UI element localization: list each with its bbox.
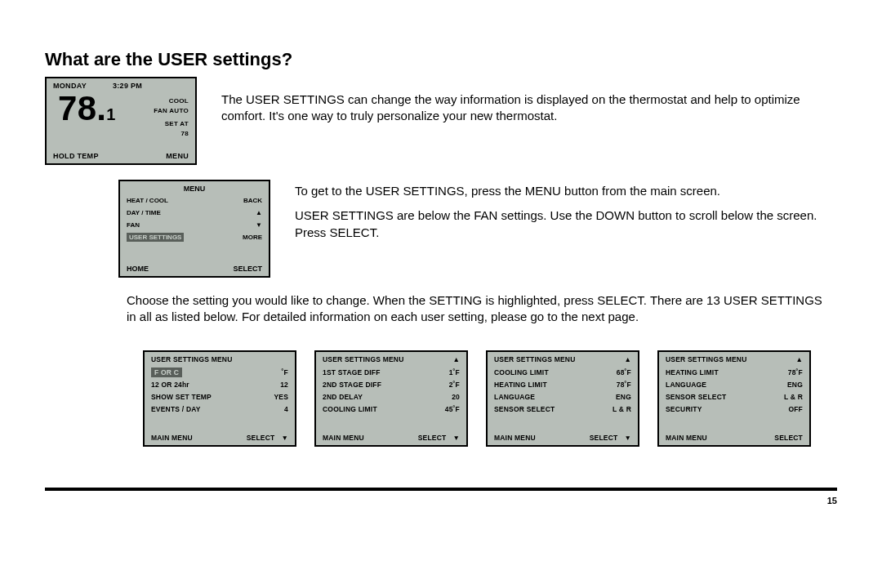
intro-text: The USER SETTINGS can change the way inf… — [221, 91, 837, 125]
settings-row-value: 45˚F — [445, 405, 460, 413]
select-button[interactable]: SELECT — [233, 265, 262, 273]
settings-row-label: SENSOR SELECT — [494, 405, 555, 413]
menu-item-right: ▼ — [256, 221, 262, 229]
panel-title: USER SETTINGS MENU — [666, 355, 746, 363]
settings-row-value: ENG — [616, 393, 631, 401]
menu-item-right: MORE — [243, 234, 262, 241]
settings-row-value: 78˚F — [617, 381, 631, 389]
settings-row-label: 12 OR 24hr — [151, 381, 189, 389]
settings-row-value: 1˚F — [449, 368, 460, 376]
settings-row-value: OFF — [788, 405, 803, 413]
settings-row[interactable]: LANGUAGEENG — [666, 379, 803, 391]
scroll-up-icon[interactable]: ▲ — [452, 355, 460, 363]
user-settings-panel: USER SETTINGS MENU▲COOLING LIMIT68˚FHEAT… — [486, 350, 639, 447]
hold-temp-button[interactable]: HOLD TEMP — [53, 152, 99, 160]
settings-row-label: HEATING LIMIT — [494, 381, 547, 389]
lcd-setat-label: SET AT — [154, 119, 189, 129]
settings-row-value: 2˚F — [449, 381, 460, 389]
lcd-setat-value: 78 — [154, 129, 189, 139]
select-button[interactable]: SELECT — [590, 434, 618, 442]
settings-row-label: 2ND DELAY — [323, 393, 363, 401]
panel-title: USER SETTINGS MENU — [323, 355, 403, 363]
thermostat-main-screen: MONDAY 3:29 PM 78.1 COOL FAN AUTO SET AT… — [45, 77, 197, 165]
scroll-up-icon[interactable]: ▲ — [795, 355, 803, 363]
select-button[interactable]: SELECT — [247, 434, 275, 442]
settings-row[interactable]: LANGUAGEENG — [494, 391, 631, 403]
settings-row-value: 4 — [284, 405, 288, 413]
select-button[interactable]: SELECT — [774, 434, 803, 442]
settings-panels-row: USER SETTINGS MENUF OR C˚F12 OR 24hr12SH… — [143, 350, 837, 447]
scroll-down-icon[interactable]: ▼ — [281, 434, 288, 442]
row-intro: MONDAY 3:29 PM 78.1 COOL FAN AUTO SET AT… — [45, 77, 837, 165]
settings-row-label: LANGUAGE — [494, 393, 535, 401]
settings-row-value: YES — [274, 393, 288, 401]
main-menu-button[interactable]: MAIN MENU — [151, 434, 193, 442]
menu-item[interactable]: HEAT / COOLBACK — [127, 194, 262, 207]
settings-row-label: 1ST STAGE DIFF — [323, 368, 381, 376]
settings-row-label: SENSOR SELECT — [666, 393, 726, 401]
page-number: 15 — [827, 496, 837, 506]
manual-page: What are the USER settings? MONDAY 3:29 … — [0, 0, 882, 530]
thermostat-menu-screen: MENU HEAT / COOLBACKDAY / TIME▲FAN▼USER … — [118, 180, 270, 278]
scroll-down-icon[interactable]: ▼ — [452, 434, 460, 442]
settings-row[interactable]: 2ND DELAY20 — [323, 391, 460, 403]
settings-row-value: L & R — [784, 393, 803, 401]
settings-row-label: HEATING LIMIT — [666, 368, 719, 376]
panel-title: USER SETTINGS MENU — [494, 355, 575, 363]
settings-row-label: SHOW SET TEMP — [151, 393, 212, 401]
scroll-up-icon[interactable]: ▲ — [624, 355, 631, 363]
main-menu-button[interactable]: MAIN MENU — [323, 434, 364, 442]
settings-row[interactable]: COOLING LIMIT68˚F — [494, 367, 631, 379]
lcd-fan: FAN AUTO — [154, 106, 189, 116]
select-button[interactable]: SELECT — [418, 434, 447, 442]
scroll-down-icon[interactable]: ▼ — [624, 434, 631, 442]
page-footer: 15 — [45, 488, 837, 506]
settings-row-label: COOLING LIMIT — [494, 368, 549, 376]
settings-row-value: 20 — [452, 393, 460, 401]
settings-row[interactable]: COOLING LIMIT45˚F — [323, 403, 460, 416]
settings-row[interactable]: SENSOR SELECTL & R — [666, 391, 803, 403]
menu-item-right: BACK — [243, 197, 262, 204]
nav-text-1: To get to the USER SETTINGS, press the M… — [295, 183, 837, 199]
settings-row-label: COOLING LIMIT — [323, 405, 377, 413]
menu-button[interactable]: MENU — [166, 152, 189, 160]
user-settings-panel: USER SETTINGS MENU▲1ST STAGE DIFF1˚F2ND … — [314, 350, 468, 447]
settings-row-value: 12 — [280, 381, 288, 389]
settings-row[interactable]: 2ND STAGE DIFF2˚F — [323, 379, 460, 391]
settings-row[interactable]: HEATING LIMIT78˚F — [494, 379, 631, 391]
settings-row-value: ˚F — [282, 368, 288, 376]
lcd-time: 3:29 PM — [113, 82, 142, 90]
menu-item[interactable]: FAN▼ — [127, 219, 262, 231]
settings-row[interactable]: F OR C˚F — [151, 367, 288, 379]
panel-title: USER SETTINGS MENU — [151, 355, 232, 363]
lcd-mode-col: COOL FAN AUTO SET AT 78 — [154, 96, 189, 139]
settings-row[interactable]: 1ST STAGE DIFF1˚F — [323, 367, 460, 379]
settings-row-label: LANGUAGE — [666, 381, 706, 389]
settings-row[interactable]: 12 OR 24hr12 — [151, 379, 288, 391]
menu-title: MENU — [120, 181, 269, 194]
user-settings-panel: USER SETTINGS MENU▲HEATING LIMIT78˚FLANG… — [657, 350, 811, 447]
row-menu: MENU HEAT / COOLBACKDAY / TIME▲FAN▼USER … — [45, 180, 837, 278]
settings-row[interactable]: HEATING LIMIT78˚F — [666, 367, 803, 379]
menu-item-label: FAN — [127, 221, 140, 229]
settings-row-label: EVENTS / DAY — [151, 405, 201, 413]
user-settings-panel: USER SETTINGS MENUF OR C˚F12 OR 24hr12SH… — [143, 350, 296, 447]
settings-row-label: 2ND STAGE DIFF — [323, 381, 381, 389]
home-button[interactable]: HOME — [127, 265, 149, 273]
main-menu-button[interactable]: MAIN MENU — [666, 434, 707, 442]
body-text-2: Choose the setting you would like to cha… — [127, 292, 829, 326]
page-title: What are the USER settings? — [45, 49, 837, 70]
menu-item-right: ▲ — [256, 209, 262, 216]
menu-item-label: DAY / TIME — [127, 209, 161, 216]
menu-item[interactable]: DAY / TIME▲ — [127, 207, 262, 219]
settings-row[interactable]: SENSOR SELECTL & R — [494, 403, 631, 416]
settings-row[interactable]: EVENTS / DAY4 — [151, 403, 288, 416]
menu-item[interactable]: USER SETTINGSMORE — [127, 231, 262, 243]
settings-row-label: F OR C — [151, 368, 182, 377]
settings-row[interactable]: SHOW SET TEMPYES — [151, 391, 288, 403]
lcd-mode: COOL — [154, 96, 189, 106]
settings-row[interactable]: SECURITYOFF — [666, 403, 803, 416]
settings-row-label: SECURITY — [666, 405, 702, 413]
menu-item-label: HEAT / COOL — [127, 197, 168, 204]
main-menu-button[interactable]: MAIN MENU — [494, 434, 536, 442]
